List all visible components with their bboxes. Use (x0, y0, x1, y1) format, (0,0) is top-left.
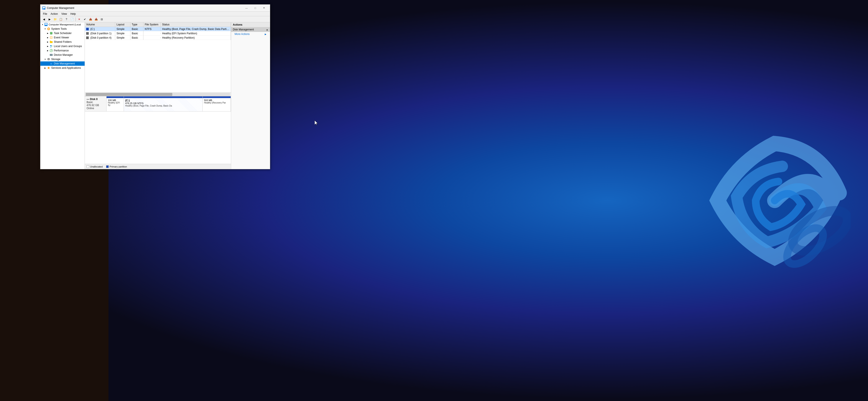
volume-row-part1[interactable]: (Disk 0 partition 1) Simple Basic Health… (85, 31, 231, 36)
sidebar-item-device-manager[interactable]: Device Manager (40, 53, 85, 57)
sidebar-item-local-users[interactable]: ▶ Local Users and Groups (40, 44, 85, 49)
sidebar-item-disk-management-label: Disk Management (54, 62, 75, 65)
toolbar: ◀ ▶ 📁 📋 ? 📄 ✕ ✔ 📤 📥 ⊟ (40, 16, 270, 22)
device-manager-icon (50, 53, 53, 57)
disk-management-content: Volume Layout Type File System Status (C… (85, 22, 231, 169)
sidebar-item-root[interactable]: ▼ Computer Management (Local (40, 22, 85, 27)
vol-p1-fs (144, 33, 161, 34)
sidebar-item-disk-management[interactable]: Disk Management (40, 61, 85, 66)
toolbar-download[interactable]: 📥 (94, 17, 99, 22)
vol-p1-status: Healthy (EFI System Partition) (161, 31, 231, 36)
actions-disk-management-section[interactable]: Disk Management ▲ (231, 27, 270, 32)
svg-rect-9 (49, 28, 49, 30)
sidebar-item-performance[interactable]: ▶ Performance (40, 49, 85, 53)
volume-scroll-area[interactable] (85, 40, 231, 92)
tree-arrow-root: ▼ (41, 23, 44, 26)
toolbar-collapse[interactable]: ⊟ (99, 17, 104, 22)
maximize-button[interactable]: □ (251, 5, 259, 11)
toolbar-back[interactable]: ◀ (41, 17, 46, 22)
legend-primary-box (106, 165, 109, 168)
vol-p4-type: Basic (130, 36, 144, 40)
main-content: ▼ Computer Management (Local ▼ System To… (40, 22, 270, 169)
shared-folders-icon (50, 40, 53, 43)
vol-p1-type: Basic (130, 31, 144, 36)
partition-main[interactable]: (C:) 476.25 GB NTFS Healthy (Boot, Page … (124, 96, 203, 111)
efi-size: 100 MB (108, 99, 122, 101)
col-header-layout: Layout (115, 22, 130, 27)
toolbar-forward[interactable]: ▶ (47, 17, 52, 22)
sidebar-item-task-scheduler[interactable]: ▶ Task Scheduler (40, 31, 85, 35)
main-size-fs: 476.25 GB NTFS (125, 102, 201, 104)
window-title: Computer Management (47, 6, 242, 9)
disk-0-label: — Disk 0 Basic 476.92 GB Online (85, 96, 106, 111)
minimize-button[interactable]: — (242, 5, 251, 11)
toolbar-upload[interactable]: 📤 (88, 17, 93, 22)
window-icon (42, 6, 45, 10)
toolbar-check[interactable]: ✔ (82, 17, 88, 22)
actions-disk-management-title: Disk Management (233, 28, 254, 31)
svg-point-26 (50, 64, 52, 64)
toolbar-up[interactable]: 📁 (53, 17, 58, 22)
action-more-actions[interactable]: More Actions ▶ (231, 32, 270, 36)
disk-0-name: — Disk 0 (87, 98, 104, 101)
volume-row-c[interactable]: (C:) Simple Basic NTFS Healthy (Boot, Pa… (85, 27, 231, 31)
svg-text:!: ! (51, 37, 52, 39)
tree-arrow-services: ▶ (44, 67, 46, 69)
sidebar-item-event-viewer[interactable]: ▶ ! Event Viewer (40, 35, 85, 40)
vol-p1-volume: (Disk 0 partition 1) (85, 31, 115, 36)
tree-arrow-task: ▶ (46, 32, 49, 34)
svg-point-23 (48, 59, 50, 60)
svg-rect-20 (50, 55, 52, 55)
svg-rect-4 (43, 9, 43, 9)
root-icon (44, 23, 48, 26)
toolbar-show-hide[interactable]: 📋 (58, 17, 63, 22)
legend: Unallocated Primary partition (85, 164, 231, 169)
sidebar-item-system-tools[interactable]: ▼ System Tools (40, 27, 85, 31)
sidebar-item-shared-folders[interactable]: ▶ Shared Folders (40, 40, 85, 44)
partition-recovery[interactable]: 593 MB Healthy (Recovery Par (203, 96, 231, 111)
efi-top-bar (106, 96, 124, 98)
tree-arrow-perf: ▶ (46, 49, 49, 52)
close-button[interactable]: ✕ (259, 5, 268, 11)
menu-file[interactable]: File (41, 12, 49, 16)
vol-c-layout: Simple (115, 27, 130, 31)
toolbar-help[interactable]: ? (64, 17, 69, 22)
sidebar-item-performance-label: Performance (54, 49, 69, 52)
partition-efi[interactable]: 100 MB Healthy (EFI Sy (106, 96, 124, 111)
sidebar-item-services-apps[interactable]: ▶ Services and Applications (40, 66, 85, 70)
disk-0-size: 476.92 GB (87, 104, 104, 107)
legend-unallocated: Unallocated (87, 165, 103, 168)
action-more-actions-label: More Actions (235, 33, 250, 36)
col-header-volume: Volume (85, 22, 115, 27)
toolbar-export[interactable]: 📄 (69, 17, 75, 22)
svg-point-18 (51, 50, 52, 51)
sidebar-item-services-apps-label: Services and Applications (51, 66, 81, 69)
horizontal-scrollbar[interactable] (85, 92, 231, 96)
menu-action[interactable]: Action (49, 12, 59, 16)
svg-rect-11 (51, 33, 52, 33)
sidebar-item-device-manager-label: Device Manager (54, 53, 73, 56)
menu-help[interactable]: Help (69, 12, 78, 16)
sidebar-item-local-users-label: Local Users and Groups (54, 45, 82, 48)
sidebar-item-storage[interactable]: ▼ Storage (40, 57, 85, 61)
volume-row-part4[interactable]: (Disk 0 partition 4) Simple Basic Health… (85, 36, 231, 40)
disk-view: — Disk 0 Basic 476.92 GB Online (85, 96, 231, 112)
menu-bar: File Action View Help (40, 11, 270, 16)
toolbar-delete[interactable]: ✕ (76, 17, 82, 22)
disk-0-status: Online (87, 107, 104, 110)
col-header-filesystem: File System (144, 22, 161, 27)
disk-0-type: Basic (87, 101, 104, 104)
actions-header: Actions (231, 22, 270, 27)
svg-rect-6 (45, 24, 47, 25)
tree-arrow-event: ▶ (46, 36, 49, 39)
tree-arrow-disk (46, 62, 49, 65)
disk-0-row: — Disk 0 Basic 476.92 GB Online (85, 96, 231, 112)
legend-primary: Primary partition (106, 165, 127, 168)
col-header-type: Type (130, 22, 144, 27)
task-scheduler-icon (50, 31, 53, 35)
volume-table-header: Volume Layout Type File System Status (85, 22, 231, 27)
sidebar-item-task-scheduler-label: Task Scheduler (54, 32, 72, 35)
menu-view[interactable]: View (60, 12, 69, 16)
title-bar: Computer Management — □ ✕ (40, 5, 270, 11)
vol-c-volume: (C:) (85, 27, 115, 31)
